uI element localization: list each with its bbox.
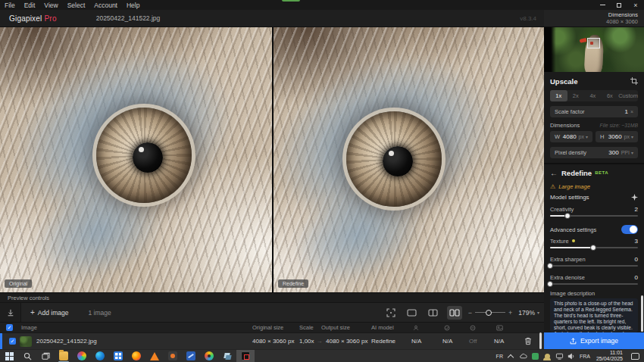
navigator-viewport-rect[interactable] <box>587 38 600 48</box>
texture-slider[interactable] <box>550 247 638 248</box>
bird-eye-original <box>96 108 192 203</box>
large-image-warning: ⚠ Large image <box>550 183 638 190</box>
extra-denoise-slider[interactable] <box>550 283 638 285</box>
minimize-button[interactable] <box>594 0 611 10</box>
chevron-up-icon[interactable] <box>507 351 515 360</box>
scale-factor-field[interactable]: Scale factor 1× <box>550 106 638 117</box>
zoom-slider[interactable] <box>475 312 505 313</box>
redefine-label: Redefine <box>278 279 308 288</box>
scale-4x-button[interactable]: 4x <box>584 90 602 101</box>
explorer-icon[interactable] <box>55 350 73 362</box>
scale-2x-button[interactable]: 2x <box>567 90 585 101</box>
image-description-input[interactable]: This photo is a close-up of the head and… <box>550 298 638 332</box>
start-icon[interactable] <box>0 350 18 362</box>
zoom-in-icon[interactable]: + <box>508 309 512 317</box>
add-image-button[interactable]: + Add image <box>30 308 68 317</box>
beta-badge: BETA <box>595 170 608 175</box>
blue-app-icon[interactable] <box>182 350 200 362</box>
back-icon[interactable]: ← <box>550 169 558 177</box>
trash-icon <box>524 337 532 345</box>
scale-custom-button[interactable]: Custom <box>618 90 638 101</box>
cloud-icon[interactable] <box>519 351 527 360</box>
language-short-label[interactable]: FR <box>496 354 503 359</box>
menu-bar: File Edit View Select Account Help × <box>0 0 644 10</box>
network-icon[interactable] <box>555 351 564 360</box>
person-icon[interactable] <box>543 351 552 360</box>
settings-icon[interactable] <box>200 350 218 362</box>
pro-badge: Pro <box>45 14 57 23</box>
sidebar-scrollbar[interactable] <box>641 295 643 332</box>
export-icon <box>570 338 577 345</box>
row-filename: 20250422_141522.jpg <box>36 333 97 349</box>
task-view-icon[interactable] <box>36 350 55 362</box>
dark-orange-app-icon[interactable] <box>164 350 182 362</box>
original-label: Original <box>5 279 32 288</box>
split-view-icon[interactable] <box>426 306 441 320</box>
collapse-panel-button[interactable] <box>0 303 21 323</box>
menu-edit[interactable]: Edit <box>20 2 40 9</box>
side-by-side-view-icon[interactable] <box>447 306 462 320</box>
single-view-icon[interactable] <box>405 306 420 320</box>
chevron-down-icon: ▾ <box>537 310 539 315</box>
menu-view[interactable]: View <box>39 2 62 9</box>
table-scrollbar[interactable] <box>539 332 542 349</box>
row-lighting: Off <box>469 333 477 349</box>
arrow-down-icon <box>7 309 14 317</box>
gigapixel-icon[interactable] <box>236 350 255 362</box>
texture-label: Texture <box>550 238 569 245</box>
app-window: File Edit View Select Account Help × Gig… <box>0 0 644 362</box>
creativity-slider[interactable] <box>550 215 638 217</box>
original-preview-pane[interactable]: Original <box>0 27 272 292</box>
extra-sharpen-label: Extra sharpen <box>550 256 586 263</box>
maximize-button[interactable] <box>611 0 627 10</box>
edge-icon[interactable] <box>91 350 109 362</box>
row-denoise: N/A <box>442 333 452 349</box>
image-count-label: 1 image <box>88 309 111 317</box>
store-icon[interactable] <box>109 350 127 362</box>
open-file-name: 20250422_141522.jpg <box>96 14 161 22</box>
windows-taskbar: FR FRA 11:01 25/04/2025 <box>0 349 644 362</box>
sparkle-icon[interactable] <box>631 194 638 201</box>
menu-file[interactable]: File <box>0 2 20 9</box>
notification-icon[interactable] <box>631 353 639 360</box>
delete-row-button[interactable] <box>524 333 532 349</box>
extra-sharpen-slider[interactable] <box>550 265 638 267</box>
language-label[interactable]: FRA <box>580 354 590 359</box>
clock[interactable]: 11:01 25/04/2025 <box>594 350 625 362</box>
row-checkbox[interactable]: ✓ <box>9 338 16 345</box>
zoom-out-icon[interactable]: − <box>468 309 472 317</box>
extra-sharpen-value: 0 <box>635 256 638 263</box>
pixel-density-field[interactable]: Pixel density 300PPI▾ <box>550 147 638 158</box>
scale-6x-button[interactable]: 6x <box>602 90 619 101</box>
extra-denoise-value: 0 <box>635 274 638 281</box>
firefox-icon[interactable] <box>127 350 145 362</box>
search-icon[interactable] <box>18 350 36 362</box>
scale-1x-button[interactable]: 1x <box>550 90 567 101</box>
layers-app-icon[interactable] <box>218 350 236 362</box>
navigator-thumbnail[interactable] <box>544 27 644 72</box>
vlc-icon[interactable] <box>145 350 164 362</box>
speaker-icon[interactable] <box>567 351 576 360</box>
width-field[interactable]: W 4080px▾ <box>550 131 592 142</box>
zoom-level-dropdown[interactable]: 179%▾ <box>518 309 539 317</box>
image-table-row[interactable]: ✓ 20250422_141522.jpg 4080 × 3060 px 1,0… <box>0 332 544 349</box>
plus-icon: + <box>30 308 35 317</box>
export-image-button[interactable]: Export image <box>544 332 644 349</box>
select-all-checkbox[interactable]: ✓ <box>6 324 13 331</box>
close-button[interactable]: × <box>627 0 644 10</box>
fit-screen-icon[interactable] <box>383 306 399 320</box>
menu-account[interactable]: Account <box>89 2 122 9</box>
row-sharpen: N/A <box>411 333 421 349</box>
shield-icon[interactable] <box>531 351 539 360</box>
redefine-preview-pane[interactable]: Redefine <box>274 27 544 292</box>
height-field[interactable]: H 3060px▾ <box>596 131 638 142</box>
model-settings-label: Model settings <box>550 194 589 201</box>
menu-select[interactable]: Select <box>63 2 90 9</box>
row-selected-accent <box>0 333 2 350</box>
menu-help[interactable]: Help <box>122 2 144 9</box>
advanced-settings-toggle[interactable] <box>621 225 638 234</box>
scale-option-group: 1x 2x 4x 6x Custom <box>550 90 638 101</box>
row-ai-model: Redefine <box>371 333 395 349</box>
photos-icon[interactable] <box>73 350 91 362</box>
crop-icon[interactable] <box>630 77 638 85</box>
